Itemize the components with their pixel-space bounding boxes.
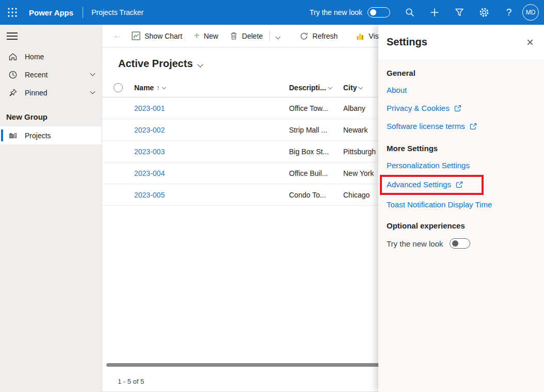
chevron-down-icon — [90, 89, 95, 94]
gear-icon — [479, 7, 489, 18]
topbar-divider — [83, 7, 83, 18]
record-link[interactable]: 2023-001 — [134, 104, 165, 112]
record-link[interactable]: 2023-003 — [134, 148, 165, 156]
try-new-look-toggle[interactable] — [367, 7, 390, 18]
link-label: Toast Notification Display Time — [387, 200, 492, 209]
cell-description: Big Box St... — [289, 148, 329, 156]
more-settings-section-header: More Settings — [387, 144, 536, 153]
help-icon: ? — [506, 7, 512, 18]
top-app-bar: Power Apps Projects Tracker Try the new … — [0, 0, 544, 25]
chevron-down-icon — [197, 61, 203, 67]
new-button[interactable]: + New — [188, 27, 224, 45]
building-icon — [8, 130, 18, 141]
refresh-button[interactable]: Refresh — [294, 27, 343, 45]
select-all-checkbox[interactable] — [114, 83, 123, 92]
external-link-icon — [470, 123, 477, 130]
show-chart-button[interactable]: Show Chart — [126, 27, 188, 45]
column-header-name[interactable]: Name ↑ — [134, 84, 289, 92]
record-link[interactable]: 2023-005 — [134, 191, 165, 199]
filter-icon — [455, 8, 464, 17]
column-header-description[interactable]: Descripti... — [289, 84, 343, 92]
sidebar-item-label: Home — [25, 53, 94, 61]
settings-title: Settings — [387, 36, 427, 48]
refresh-icon — [300, 32, 308, 40]
sidebar-item-projects[interactable]: Projects — [0, 126, 102, 144]
app-title: Projects Tracker — [91, 8, 143, 17]
sidebar-item-label: Pinned — [25, 89, 91, 97]
sort-ascending-icon: ↑ — [156, 84, 160, 91]
show-chart-label: Show Chart — [145, 32, 182, 40]
sidebar-item-home[interactable]: Home — [0, 47, 102, 66]
toggle-knob — [452, 240, 458, 247]
chevron-down-icon — [359, 85, 363, 89]
close-icon[interactable]: × — [523, 35, 537, 50]
chevron-down-icon — [328, 85, 332, 89]
external-link-icon — [456, 181, 463, 188]
optional-experiences-header: Optional experiences — [387, 221, 536, 230]
column-label: Descripti... — [289, 84, 326, 92]
back-button[interactable]: ← — [109, 30, 126, 42]
highlight-box: Advanced Settings — [380, 175, 484, 195]
about-link[interactable]: About — [387, 86, 407, 94]
pin-icon — [8, 88, 18, 98]
record-link[interactable]: 2023-004 — [134, 169, 165, 177]
sidebar-item-recent[interactable]: Recent — [0, 66, 102, 84]
refresh-label: Refresh — [312, 32, 338, 40]
cell-description: Condo To... — [289, 191, 326, 199]
hamburger-icon — [7, 30, 18, 42]
sidebar-item-label: Recent — [25, 71, 91, 79]
search-icon — [405, 8, 414, 17]
record-link[interactable]: 2023-002 — [134, 126, 165, 134]
more-commands-button[interactable] — [271, 32, 285, 40]
try-new-look-label: Try the new look — [387, 239, 443, 248]
cell-city: Chicago — [343, 191, 370, 199]
chevron-down-icon — [162, 85, 166, 89]
cell-city: Albany — [343, 104, 365, 112]
sidebar-nav: Home Recent Pinned — [0, 47, 102, 102]
software-license-link[interactable]: Software license terms — [387, 122, 477, 130]
chevron-down-icon — [276, 34, 281, 39]
record-count: 1 - 5 of 5 — [118, 378, 144, 385]
chevron-down-icon — [90, 71, 95, 76]
view-title: Active Projects — [118, 58, 193, 70]
home-icon — [8, 52, 18, 62]
settings-panel-body: General About Privacy & Cookies Software… — [378, 59, 544, 249]
cell-city: Newark — [343, 126, 367, 134]
link-label: About — [387, 86, 407, 94]
filter-button[interactable] — [447, 0, 472, 25]
user-avatar[interactable]: MD — [522, 4, 539, 21]
column-label: City — [343, 84, 357, 92]
power-apps-window: Power Apps Projects Tracker Try the new … — [0, 0, 544, 392]
app-launcher-waffle-icon[interactable] — [0, 0, 25, 25]
toast-notification-link[interactable]: Toast Notification Display Time — [387, 200, 492, 209]
link-label: Privacy & Cookies — [387, 104, 450, 112]
trash-icon — [230, 31, 238, 40]
settings-panel-header: Settings × — [378, 25, 544, 59]
new-label: New — [204, 32, 218, 40]
site-map-sidebar: Home Recent Pinned New Group — [0, 25, 102, 392]
search-button[interactable] — [397, 0, 422, 25]
delete-button[interactable]: Delete — [224, 27, 268, 45]
cell-description: Office Buil... — [289, 169, 328, 177]
show-chart-icon — [132, 31, 140, 40]
try-new-look-setting: Try the new look — [387, 238, 536, 249]
advanced-settings-link[interactable]: Advanced Settings — [387, 180, 463, 189]
settings-button[interactable] — [472, 0, 497, 25]
personalization-settings-link[interactable]: Personalization Settings — [387, 161, 470, 170]
privacy-cookies-link[interactable]: Privacy & Cookies — [387, 104, 461, 112]
add-button[interactable] — [422, 0, 447, 25]
sidebar-group-label: New Group — [0, 102, 102, 126]
sidebar-item-label: Projects — [25, 132, 94, 140]
cell-description: Office Tow... — [289, 104, 328, 112]
help-button[interactable]: ? — [497, 0, 521, 25]
general-section-header: General — [387, 69, 536, 77]
collapse-sitemap-button[interactable] — [0, 25, 25, 47]
try-new-look-toggle[interactable] — [450, 238, 470, 249]
visualize-chart-icon — [356, 32, 364, 40]
cell-description: Strip Mall ... — [289, 126, 327, 134]
sidebar-item-pinned[interactable]: Pinned — [0, 84, 102, 102]
brand-power-apps[interactable]: Power Apps — [29, 8, 73, 17]
plus-icon — [430, 8, 439, 17]
cell-city: Pittsburgh — [343, 148, 376, 156]
external-link-icon — [454, 105, 461, 112]
